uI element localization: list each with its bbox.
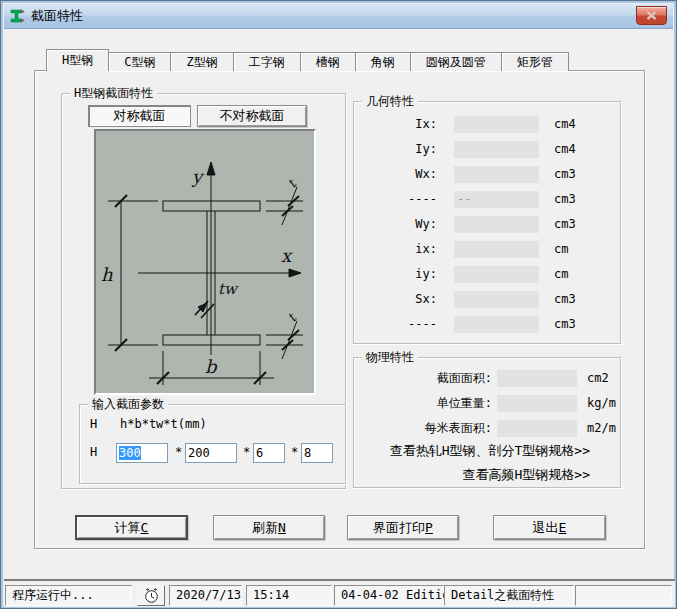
titlebar[interactable]: 截面特性	[4, 4, 673, 29]
y-axis-arrow	[207, 162, 215, 175]
dash-field-2	[454, 316, 539, 333]
multiply-sign: *	[175, 445, 182, 459]
status-time: 15:14	[246, 585, 332, 606]
dash-field: --	[454, 191, 539, 208]
format-label: h*b*tw*t(mm)	[120, 417, 207, 431]
sx-field	[454, 291, 539, 308]
wx-field	[454, 166, 539, 183]
input-parameters-groupbox: 输入截面参数 H h*b*tw*t(mm) H 300 * 200 * 6 * …	[79, 404, 346, 484]
x-axis-label: x	[281, 245, 293, 266]
multiply-sign: *	[243, 445, 250, 459]
unit-weight-field	[497, 395, 577, 412]
h-section-diagram: y x h b tw	[94, 129, 316, 395]
x-axis-arrow	[289, 269, 301, 277]
tab-channel-steel[interactable]: 槽钢	[300, 52, 356, 71]
ix-field	[454, 116, 539, 133]
physical-groupbox: 物理特性 截面面积: cm2 单位重量: kg/m 每米表面积: m2/m 查看…	[353, 357, 621, 488]
status-page: Detail之截面特性	[444, 585, 574, 606]
window-title: 截面特性	[31, 7, 83, 25]
t-value-input[interactable]: 8	[301, 443, 333, 463]
tw-value-input[interactable]: 6	[253, 443, 285, 463]
tab-round-steel-pipe[interactable]: 圆钢及圆管	[410, 52, 502, 71]
h-dimension-label: h	[101, 264, 113, 285]
input-parameters-title: 输入截面参数	[88, 397, 168, 412]
tw-dimension-label: tw	[218, 280, 239, 298]
asymmetric-section-button[interactable]: 不对称截面	[197, 105, 307, 127]
tab-h-steel[interactable]: H型钢	[46, 49, 109, 71]
close-icon	[646, 11, 657, 20]
t-top-dimension-label: t	[284, 176, 300, 191]
h-beam-app-icon	[9, 8, 25, 24]
b-value-input[interactable]: 200	[185, 443, 237, 463]
symmetric-section-button[interactable]: 对称截面	[88, 105, 191, 127]
h-section-groupbox-title: H型钢截面特性	[70, 86, 157, 101]
print-button[interactable]: 界面打印P	[347, 515, 459, 540]
geometry-groupbox: 几何特性 Ix: cm4 Iy: cm4 Wx: cm3 ---- -- cm3…	[353, 101, 621, 344]
high-frequency-spec-link[interactable]: 查看高频H型钢规格>>	[463, 466, 590, 484]
close-button[interactable]	[636, 6, 667, 25]
t-bottom-dimension-label: t	[284, 310, 300, 325]
clock-icon	[143, 587, 160, 604]
physical-groupbox-title: 物理特性	[362, 350, 418, 365]
y-axis-label: y	[191, 166, 205, 187]
multiply-sign: *	[291, 445, 298, 459]
tab-z-steel[interactable]: Z型钢	[170, 52, 233, 71]
status-running: 程序运行中...	[5, 585, 132, 606]
tab-i-steel[interactable]: 工字钢	[233, 52, 301, 71]
wy-field	[454, 216, 539, 233]
clock-button[interactable]	[137, 585, 165, 606]
tab-rect-tube[interactable]: 矩形管	[501, 52, 569, 71]
geometry-groupbox-title: 几何特性	[362, 94, 418, 109]
tab-angle-steel[interactable]: 角钢	[355, 52, 411, 71]
status-date: 2020/7/13	[169, 585, 242, 606]
calculate-button[interactable]: 计算C	[75, 515, 188, 540]
status-edition: 04-04-02 Edition	[334, 585, 444, 606]
surface-area-field	[497, 420, 577, 437]
exit-button[interactable]: 退出E	[493, 515, 606, 540]
iy-field	[454, 141, 539, 158]
h-value-input[interactable]: 300	[116, 443, 168, 463]
iy-radius-field	[454, 266, 539, 283]
tab-strip: H型钢 C型钢 Z型钢 工字钢 槽钢 角钢 圆钢及圆管 矩形管	[46, 49, 569, 71]
tab-c-steel[interactable]: C型钢	[108, 52, 171, 71]
ix-radius-field	[454, 241, 539, 258]
status-bar: 程序运行中... 2020/7/13 15:14 04-04-02 Editio…	[4, 579, 675, 607]
hot-rolled-spec-link[interactable]: 查看热轧H型钢、剖分T型钢规格>>	[390, 442, 590, 460]
refresh-button[interactable]: 刷新N	[213, 515, 325, 540]
section-type-label: H	[90, 417, 97, 431]
section-properties-window: 截面特性 H型钢 C型钢 Z型钢 工字钢 槽钢 角钢 圆钢及圆管 矩形管 H型钢…	[0, 0, 677, 609]
area-field	[497, 370, 577, 387]
row-type-label: H	[90, 445, 97, 459]
status-empty	[575, 585, 672, 606]
b-dimension-label: b	[205, 356, 218, 377]
